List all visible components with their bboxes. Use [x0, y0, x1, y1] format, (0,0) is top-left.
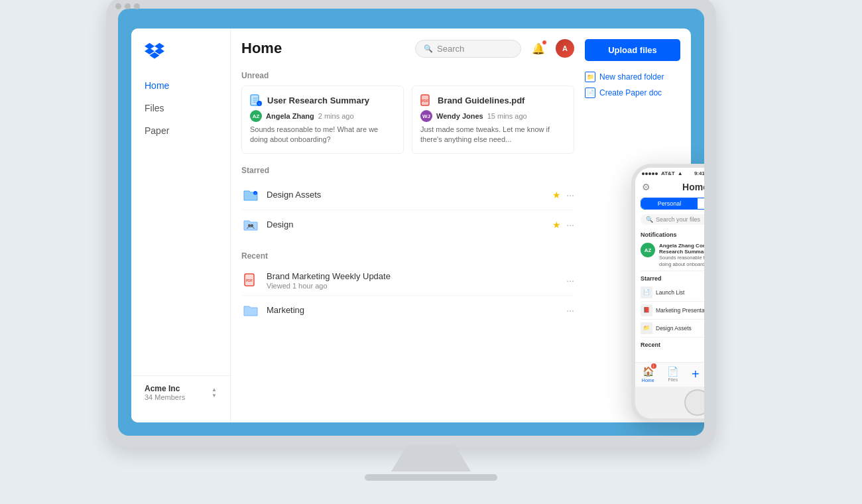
- card-1-title: Brand Guidelines.pdf: [438, 95, 524, 105]
- iphone-notif-section: Notifications 1 new: [641, 231, 704, 238]
- starred-file-1[interactable]: 📕 Marketing Presentation.pdf: [641, 302, 704, 320]
- iphone-header: ⚙ Home: [635, 179, 704, 195]
- settings-icon[interactable]: ⚙: [642, 182, 650, 192]
- sidebar-item-home[interactable]: Home: [131, 75, 230, 96]
- browser-content: Home Files Paper: [131, 29, 691, 422]
- svg-text:PDF: PDF: [422, 99, 428, 103]
- starred-item-0[interactable]: ↑ Design Assets ★ ···: [241, 180, 574, 210]
- team-name: Acme Inc: [145, 384, 185, 393]
- add-tab-icon: +: [692, 367, 700, 382]
- iphone-starred-section: Starred View all ›: [641, 275, 704, 282]
- maximize-dot: [134, 3, 140, 9]
- iphone-search-box[interactable]: 🔍 Search your files: [641, 214, 704, 225]
- upload-files-button[interactable]: Upload files: [585, 39, 680, 61]
- notifications-button[interactable]: 🔔: [529, 39, 548, 58]
- tab-files-label: Files: [668, 377, 678, 382]
- team-members: 34 Members: [145, 393, 185, 401]
- starred-item-1[interactable]: Design ★ ···: [241, 210, 574, 239]
- card-0-avatar: AZ: [250, 110, 262, 122]
- iphone-status-bar: AT&T ▲ 9:41 AM 100%: [635, 168, 704, 179]
- create-paper-doc-link[interactable]: 📄 Create Paper doc: [585, 85, 680, 101]
- starred-section: Starred ↑: [241, 166, 574, 239]
- folder-icon-0: ↑: [241, 186, 260, 204]
- segment-personal[interactable]: Personal: [641, 198, 698, 209]
- minimize-dot: [125, 3, 131, 9]
- monitor: Home Files Paper: [106, 0, 716, 448]
- monitor-screen: Home Files Paper: [118, 9, 704, 436]
- card-1-message: Just made some tweaks. Let me know if th…: [420, 125, 566, 145]
- recent-section: Recent PDF: [241, 251, 574, 325]
- starred-file-2[interactable]: 📁 Design Assets: [641, 320, 704, 338]
- unread-card-1[interactable]: PDF Brand Guidelines.pdf WJ Wendy Jones: [412, 86, 574, 154]
- monitor-stand: [391, 445, 471, 472]
- recent-item-0[interactable]: PDF Brand Marketing Weekly Update Viewed…: [241, 266, 574, 296]
- sidebar-bottom: Acme Inc 34 Members ▲ ▼: [131, 375, 230, 409]
- more-menu-0[interactable]: ···: [566, 190, 574, 200]
- unread-card-0[interactable]: ↑ User Research Summary AZ Angela Zhang: [241, 86, 404, 154]
- folder-icon-recent-1: [241, 301, 260, 320]
- home-tab-badge: 1: [651, 363, 656, 369]
- chevron-down-icon: ▼: [212, 393, 217, 399]
- recent-item-1[interactable]: Marketing ···: [241, 296, 574, 325]
- iphone-home-button[interactable]: [684, 389, 704, 416]
- star-icon-0: ★: [552, 190, 561, 200]
- more-menu-1[interactable]: ···: [566, 220, 574, 230]
- search-icon: 🔍: [424, 44, 433, 53]
- more-menu-recent-1[interactable]: ···: [566, 305, 574, 316]
- svg-text:↑: ↑: [255, 192, 257, 196]
- iphone-mockup: AT&T ▲ 9:41 AM 100%: [631, 164, 704, 422]
- window-controls: [115, 3, 140, 9]
- recent-item-0-name: Brand Marketing Weekly Update: [267, 271, 566, 281]
- tab-files[interactable]: 📄 Files: [667, 366, 678, 382]
- tab-add[interactable]: +: [692, 367, 700, 382]
- main-content: Home 🔍 Search 🔔: [231, 29, 585, 422]
- new-shared-folder-link[interactable]: 📁 New shared folder: [585, 69, 680, 85]
- sidebar-item-paper[interactable]: Paper: [131, 120, 230, 141]
- starred-file-2-name: Design Assets: [656, 325, 692, 332]
- file-icon-recent-0: PDF: [241, 271, 260, 290]
- recent-item-1-name: Marketing: [267, 305, 566, 315]
- iphone-recent-section: Recent View all ›: [641, 342, 704, 348]
- chevron-up-icon: ▲: [212, 387, 217, 393]
- starred-item-0-name: Design Assets: [267, 190, 552, 200]
- search-box[interactable]: 🔍 Search: [415, 40, 521, 58]
- card-1-avatar: WJ: [420, 110, 432, 122]
- notif-title: Angela Zhang Commented in User Research …: [659, 243, 704, 255]
- notification-item[interactable]: AZ Angela Zhang Commented in User Resear…: [641, 240, 704, 271]
- close-dot: [115, 3, 121, 9]
- svg-point-10: [251, 224, 253, 227]
- team-switcher[interactable]: ▲ ▼: [212, 387, 217, 399]
- svg-text:PDF: PDF: [246, 279, 253, 283]
- starred-file-0-name: Launch List: [656, 289, 684, 296]
- page-title: Home: [241, 40, 282, 57]
- page-header: Home 🔍 Search 🔔: [241, 39, 574, 58]
- dropbox-logo: [131, 42, 230, 75]
- star-icon-1: ★: [552, 220, 561, 230]
- user-avatar[interactable]: A: [556, 39, 574, 58]
- doc-plus-icon: 📄: [585, 88, 595, 98]
- team-folder-icon-1: [241, 216, 260, 234]
- card-1-user: Wendy Jones: [436, 112, 483, 120]
- files-tab-icon: 📄: [667, 366, 678, 377]
- starred-file-0[interactable]: 📄 Launch List: [641, 284, 704, 302]
- wifi-icon: ▲: [678, 170, 683, 176]
- file-icon-starred-0: 📄: [641, 286, 652, 298]
- card-1-time: 15 mins ago: [487, 112, 527, 120]
- recent-item-0-subtitle: Viewed 1 hour ago: [267, 282, 566, 290]
- iphone-bottom-bar: 🏠 1 Home 📄 Files +: [635, 362, 704, 387]
- unread-section: Unread: [241, 71, 574, 154]
- sidebar-item-files[interactable]: Files: [131, 97, 230, 119]
- segment-traveler[interactable]: Traveler Inc: [698, 198, 704, 209]
- more-menu-recent-0[interactable]: ···: [566, 275, 574, 286]
- segment-control[interactable]: Personal Traveler Inc: [641, 198, 704, 210]
- file-icon-starred-2: 📁: [641, 322, 652, 334]
- file-icon-0: ↑: [250, 94, 262, 106]
- starred-file-1-name: Marketing Presentation.pdf: [656, 307, 704, 314]
- tab-home-label: Home: [642, 378, 654, 383]
- notification-badge: [542, 40, 547, 45]
- iphone-search-placeholder: Search your files: [656, 216, 700, 223]
- recent-section-title: Recent: [241, 251, 574, 261]
- iphone-scroll-area: Notifications 1 new AZ Angela Zhang Comm…: [635, 227, 704, 362]
- tab-home[interactable]: 🏠 1 Home: [642, 365, 654, 383]
- notif-message: Sounds reasonable to me! What are we doi…: [659, 255, 704, 268]
